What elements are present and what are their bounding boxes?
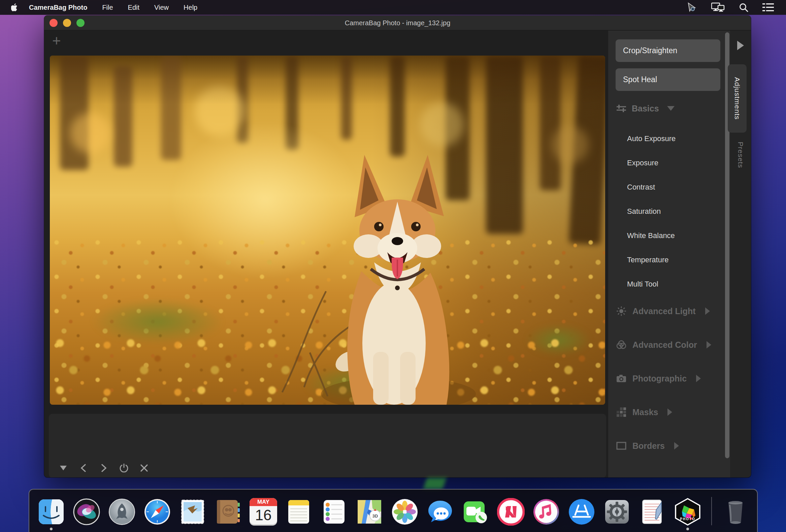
menu-edit[interactable]: Edit [128,4,139,11]
displays-icon[interactable] [711,2,725,13]
dock-item-news[interactable] [497,498,525,526]
siri-icon [73,498,100,526]
launchpad-icon [108,498,136,526]
camerabag-icon: PHOTO [674,498,701,526]
chevron-right-icon [674,442,679,449]
masks-section[interactable]: Masks [616,407,672,417]
adjustment-saturation[interactable]: Saturation [608,199,725,224]
dock-item-trash[interactable] [722,498,749,526]
dock-item-appstore[interactable] [568,498,595,526]
adjustment-contrast[interactable]: Contrast [608,175,725,199]
sun-icon [616,306,626,316]
photographic-label: Photographic [632,374,687,384]
borders-label: Borders [632,441,665,451]
dock-item-siri[interactable] [73,498,100,526]
borders-section[interactable]: Borders [616,441,679,451]
basics-list: Auto Exposure Exposure Contrast Saturati… [608,126,725,296]
editor-canvas: + [44,31,608,478]
apple-menu-icon[interactable] [8,3,22,12]
advanced-light-label: Advanced Light [632,306,696,316]
itunes-icon [532,498,560,526]
dock-item-safari[interactable] [143,498,171,526]
dock-item-reminders[interactable] [320,498,348,526]
menu-app-name[interactable]: CameraBag Photo [29,4,87,11]
dock-item-notes[interactable] [285,498,313,526]
basics-label: Basics [632,104,659,114]
dock-item-facetime[interactable] [462,498,489,526]
dock-item-mail[interactable] [179,498,206,526]
textedit-icon [639,498,666,526]
close-image-icon[interactable] [140,464,148,472]
borders-frame-icon [616,441,626,451]
chevron-right-icon [707,341,711,348]
dock-item-photos[interactable] [391,498,419,526]
contacts-icon [214,498,242,526]
adjustment-temperature[interactable]: Temperature [608,248,725,272]
expand-panel-arrow-icon[interactable] [737,41,744,50]
corgi-dog-illustration [50,55,605,405]
tab-presets[interactable]: Presets [730,142,751,202]
next-image-icon[interactable] [99,464,108,472]
dock-item-camerabag[interactable]: PHOTO [674,498,701,526]
messages-icon [426,498,454,526]
menu-file[interactable]: File [102,4,113,11]
tab-adjustments[interactable]: Adjustments [728,64,747,133]
finder-running-indicator [50,528,52,530]
crop-straighten-button[interactable]: Crop/Straighten [616,39,720,62]
dock-item-messages[interactable] [426,498,454,526]
dock-separator [711,497,712,525]
tab-presets-label: Presets [737,142,745,168]
window-title: CameraBag Photo - image_132.jpg [44,16,751,30]
masks-checkerboard-icon [616,407,626,417]
calendar-icon: MAY 16 [250,498,277,526]
safari-icon [143,498,171,526]
notification-list-icon[interactable] [762,3,774,12]
power-reset-icon[interactable] [119,464,128,472]
photographic-section[interactable]: Photographic [616,373,701,384]
reminders-icon [320,498,348,526]
calendar-day-label: 16 [250,506,277,524]
trash-icon [722,498,749,526]
filmstrip-panel [49,414,606,478]
adjustment-exposure[interactable]: Exposure [608,151,725,175]
menu-view[interactable]: View [154,4,169,11]
dock-item-finder[interactable] [38,498,65,526]
dock-item-itunes[interactable] [532,498,560,526]
app-window: CameraBag Photo - image_132.jpg + [44,16,751,478]
dock-item-calendar[interactable]: MAY 16 [250,498,277,526]
photos-icon [391,498,419,526]
spotlight-search-icon[interactable] [739,3,748,12]
previous-image-icon[interactable] [79,464,88,472]
finder-icon [38,498,65,526]
screen-capture-cursor-icon[interactable] [687,2,697,13]
collapse-filmstrip-icon[interactable] [59,464,68,472]
add-image-button[interactable]: + [52,33,61,48]
menu-bar: CameraBag Photo File Edit View Help [0,0,786,15]
system-preferences-icon [603,498,631,526]
desktop: { "menu_bar": { "app_name": "CameraBag P… [0,0,786,532]
basics-section-header[interactable]: Basics [616,103,674,114]
advanced-light-section[interactable]: Advanced Light [616,306,710,316]
spot-heal-button[interactable]: Spot Heal [616,68,720,91]
masks-label: Masks [632,408,658,417]
dock-item-system-preferences[interactable] [603,498,631,526]
dock-item-contacts[interactable] [214,498,242,526]
photo-corgi-autumn [50,55,605,405]
title-bar[interactable]: CameraBag Photo - image_132.jpg [44,16,751,30]
adjustment-white-balance[interactable]: White Balance [608,224,725,248]
dock-item-textedit[interactable] [639,498,666,526]
camerabag-photo-label: PHOTO [680,517,695,521]
dock-item-launchpad[interactable] [108,498,136,526]
adjustment-auto-exposure[interactable]: Auto Exposure [608,126,725,151]
tab-strip: Adjustments Presets [730,31,751,478]
news-icon [497,498,525,526]
calendar-month-label: MAY [250,498,277,506]
dock-item-maps[interactable]: 3D [355,498,383,526]
chevron-right-icon [696,375,701,382]
advanced-color-section[interactable]: Advanced Color [616,340,711,350]
menu-help[interactable]: Help [184,4,197,11]
adjustment-multi-tool[interactable]: Multi Tool [608,272,725,296]
chevron-right-icon [668,409,672,416]
chevron-down-icon [667,106,674,111]
appstore-icon [568,498,595,526]
